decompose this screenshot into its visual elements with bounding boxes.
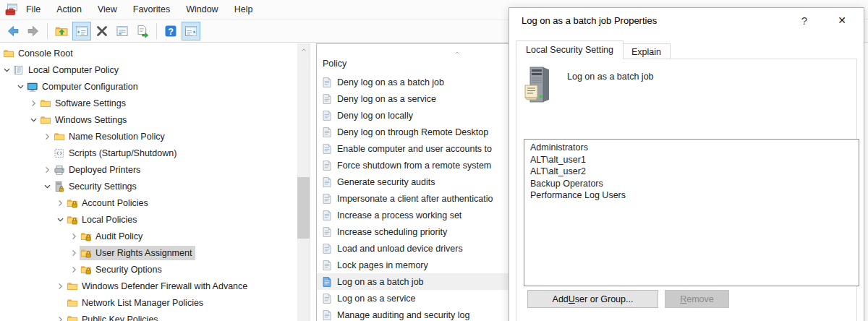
chevron-right-icon[interactable] <box>69 231 80 242</box>
tree-scrollbar[interactable] <box>297 43 310 321</box>
help-icon <box>163 24 178 38</box>
forward-button[interactable] <box>24 22 43 40</box>
export-list-button[interactable] <box>133 22 152 40</box>
tree-item-name-resolution-policy[interactable]: Name Resolution Policy <box>0 128 310 145</box>
policy-doc-icon <box>321 193 333 205</box>
menu-view[interactable]: View <box>90 0 125 19</box>
delete-button[interactable] <box>93 22 111 40</box>
button-label-part: ser or Group... <box>575 294 634 304</box>
tree-item-local-policies[interactable]: Local Policies <box>0 211 310 228</box>
tab-local-security-setting[interactable]: Local Security Setting <box>516 40 624 59</box>
chevron-down-icon[interactable] <box>28 114 39 126</box>
tree-item-label: Windows Settings <box>55 115 127 125</box>
menu-action[interactable]: Action <box>48 0 90 19</box>
menu-window[interactable]: Window <box>178 0 226 19</box>
chevron-right-icon[interactable] <box>69 264 80 275</box>
chevron-right-icon[interactable] <box>69 247 80 259</box>
menu-favorites[interactable]: Favorites <box>125 0 178 19</box>
tree-item-label: Account Policies <box>82 198 148 208</box>
tree-item-security-options[interactable]: Security Options <box>0 261 310 278</box>
tree-item-label: Local Computer Policy <box>28 65 119 75</box>
policy-doc-icon <box>321 293 333 304</box>
chevron-right-icon[interactable] <box>42 131 53 142</box>
scrollbar-thumb[interactable] <box>297 177 310 239</box>
tree-item-audit-policy[interactable]: Audit Policy <box>0 228 310 244</box>
dialog-help-button[interactable]: ? <box>790 9 819 31</box>
tab-explain[interactable]: Explain <box>622 43 671 59</box>
tree-item-software-settings[interactable]: Software Settings <box>0 95 310 111</box>
chevron-right-icon[interactable] <box>28 98 39 109</box>
policy-item-label: Deny log on locally <box>337 111 413 121</box>
chevron-down-icon[interactable] <box>15 81 26 93</box>
dialog-close-button[interactable]: ✕ <box>827 9 856 31</box>
chevron-spacer <box>42 147 53 159</box>
folder-icon <box>67 314 78 321</box>
policy-doc-icon <box>321 309 333 321</box>
server-tower-icon <box>524 66 553 103</box>
policy-item-label: Manage auditing and security log <box>337 310 469 320</box>
menu-file[interactable]: File <box>18 0 48 19</box>
tree-item-security-settings[interactable]: Security Settings <box>0 178 310 194</box>
tree-item-deployed-printers[interactable]: Deployed Printers <box>0 161 310 178</box>
policy-doc-icon <box>321 77 333 88</box>
member-item[interactable]: ALT\alt_user1 <box>530 154 853 166</box>
policy-doc-icon <box>321 210 333 221</box>
chevron-down-icon[interactable] <box>55 214 66 226</box>
export-list-icon <box>135 24 150 38</box>
policy-doc-icon <box>321 143 333 155</box>
member-item[interactable]: Administrators <box>530 142 853 154</box>
chevron-right-icon[interactable] <box>55 281 66 292</box>
policy-item-label: Force shutdown from a remote system <box>337 160 491 171</box>
chevron-right-icon[interactable] <box>55 314 66 321</box>
tree-item-console-root[interactable]: Console Root <box>0 45 310 61</box>
tree-item-label: Software Settings <box>55 98 126 108</box>
console-tree-icon <box>75 24 89 38</box>
folder-lock-icon <box>80 247 92 259</box>
printer-icon <box>54 164 65 176</box>
tree-item-network-list-manager[interactable]: Network List Manager Policies <box>0 294 310 311</box>
tree-item-label: Computer Configuration <box>42 82 138 92</box>
show-action-pane-button[interactable] <box>182 22 200 40</box>
member-item[interactable]: Performance Log Users <box>530 189 853 202</box>
tree-item-label: Security Options <box>95 265 162 275</box>
tree-item-computer-configuration[interactable]: Computer Configuration <box>0 78 310 95</box>
button-label-part: emove <box>686 294 714 304</box>
tree-item-windows-settings[interactable]: Windows Settings <box>0 111 310 128</box>
sort-ascending-icon <box>453 49 461 56</box>
policy-item-label: Generate security audits <box>337 177 435 187</box>
up-one-level-button[interactable] <box>52 22 71 40</box>
tree-item-windows-defender-firewall[interactable]: Windows Defender Firewall with Advance <box>0 278 310 294</box>
menu-help[interactable]: Help <box>226 0 261 19</box>
remove-button[interactable]: Remove <box>665 290 729 308</box>
tree-item-user-rights-assignment[interactable]: User Rights Assignment <box>0 244 310 261</box>
tree-item-public-key-policies[interactable]: Public Key Policies <box>0 311 310 321</box>
properties-button[interactable] <box>113 22 132 40</box>
button-label-part: Add <box>553 294 569 304</box>
add-user-or-group-button[interactable]: Add User or Group... <box>527 290 658 308</box>
show-console-tree-button[interactable] <box>72 22 91 40</box>
tree-item-scripts[interactable]: Scripts (Startup/Shutdown) <box>0 145 310 161</box>
tree-item-label: Console Root <box>18 48 73 59</box>
policy-doc-icon <box>321 160 333 171</box>
back-button[interactable] <box>4 22 22 40</box>
members-listbox[interactable]: Administrators ALT\alt_user1 ALT\alt_use… <box>524 139 859 286</box>
console-tree-panel: Console Root Local Computer Policy Compu… <box>0 43 310 321</box>
button-mnemonic: R <box>680 294 686 304</box>
member-item[interactable]: ALT\alt_user2 <box>530 166 853 178</box>
tree-item-label: Deployed Printers <box>69 165 140 175</box>
tree-item-label: Public Key Policies <box>82 314 158 321</box>
policy-doc-icon <box>321 243 333 254</box>
tree-item-label: Windows Defender Firewall with Advance <box>82 281 247 291</box>
member-item[interactable]: Backup Operators <box>530 178 853 190</box>
tree-item-account-policies[interactable]: Account Policies <box>0 194 310 211</box>
chevron-down-icon[interactable] <box>42 181 53 192</box>
help-button[interactable] <box>161 22 180 40</box>
policy-item-label: Deny log on as a batch job <box>337 77 444 87</box>
mmc-window: File Action View Favorites Window Help C… <box>0 0 868 321</box>
chevron-right-icon[interactable] <box>42 164 53 176</box>
scrollbar-up-icon[interactable] <box>297 43 310 56</box>
chevron-right-icon[interactable] <box>55 197 66 209</box>
folder-icon <box>67 281 78 292</box>
tree-item-local-computer-policy[interactable]: Local Computer Policy <box>0 61 310 78</box>
chevron-down-icon[interactable] <box>1 64 12 76</box>
